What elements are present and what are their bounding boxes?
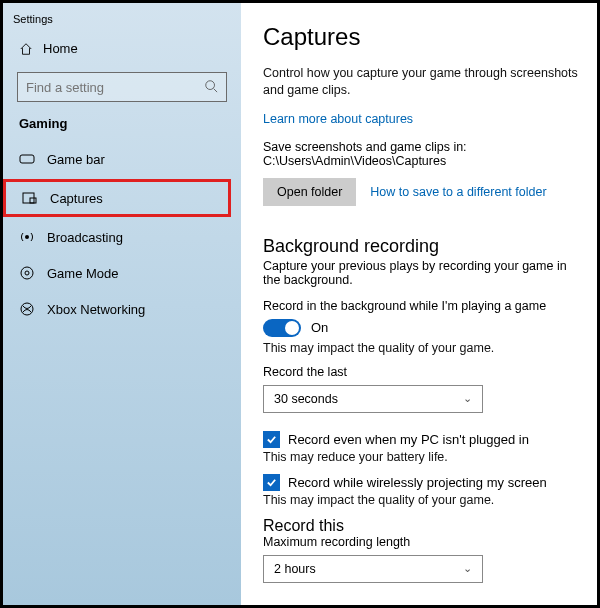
save-path-text: Save screenshots and game clips in: C:\U… [263, 140, 579, 168]
page-desc: Control how you capture your game throug… [263, 65, 579, 99]
home-icon [19, 42, 33, 56]
cb-not-plugged-hint: This may reduce your battery life. [263, 450, 579, 464]
sidebar-item-game-bar[interactable]: Game bar [3, 141, 241, 177]
chevron-down-icon: ⌄ [463, 562, 472, 575]
record-last-select[interactable]: 30 seconds ⌄ [263, 385, 483, 413]
search-input[interactable] [26, 80, 204, 95]
svg-rect-2 [20, 155, 34, 163]
window-title: Settings [3, 11, 241, 33]
cb-not-plugged[interactable] [263, 431, 280, 448]
sidebar-home[interactable]: Home [3, 33, 241, 64]
sidebar-item-label: Broadcasting [47, 230, 123, 245]
bg-recording-sub: Capture your previous plays by recording… [263, 259, 579, 287]
search-icon [204, 79, 218, 96]
max-length-label: Maximum recording length [263, 535, 579, 549]
bg-recording-heading: Background recording [263, 236, 579, 257]
how-to-save-link[interactable]: How to save to a different folder [370, 185, 546, 199]
cb-not-plugged-label: Record even when my PC isn't plugged in [288, 432, 529, 447]
game-bar-icon [19, 151, 35, 167]
broadcasting-icon [19, 229, 35, 245]
sidebar-item-game-mode[interactable]: Game Mode [3, 255, 241, 291]
open-folder-button[interactable]: Open folder [263, 178, 356, 206]
record-this-heading: Record this [263, 517, 579, 535]
xbox-icon [19, 301, 35, 317]
bg-toggle[interactable] [263, 319, 301, 337]
sidebar-item-label: Xbox Networking [47, 302, 145, 317]
svg-point-6 [21, 267, 33, 279]
captures-icon [22, 190, 38, 206]
bg-toggle-label: Record in the background while I'm playi… [263, 299, 579, 313]
record-last-label: Record the last [263, 365, 579, 379]
max-length-value: 2 hours [274, 562, 316, 576]
sidebar-home-label: Home [43, 41, 78, 56]
sidebar-item-captures[interactable]: Captures [3, 179, 231, 217]
sidebar-item-label: Captures [50, 191, 103, 206]
svg-line-1 [214, 88, 218, 92]
max-length-select[interactable]: 2 hours ⌄ [263, 555, 483, 583]
sidebar-section-gaming: Gaming [3, 116, 241, 141]
svg-point-7 [25, 271, 29, 275]
sidebar-item-broadcasting[interactable]: Broadcasting [3, 219, 241, 255]
cb-wireless-project-hint: This may impact the quality of your game… [263, 493, 579, 507]
record-last-value: 30 seconds [274, 392, 338, 406]
svg-point-0 [206, 80, 215, 89]
game-mode-icon [19, 265, 35, 281]
cb-wireless-project-label: Record while wirelessly projecting my sc… [288, 475, 547, 490]
learn-more-link[interactable]: Learn more about captures [263, 112, 413, 126]
search-box[interactable] [17, 72, 227, 102]
sidebar-item-label: Game bar [47, 152, 105, 167]
sidebar-item-label: Game Mode [47, 266, 119, 281]
bg-toggle-state: On [311, 320, 328, 335]
page-title: Captures [263, 23, 579, 51]
bg-toggle-hint: This may impact the quality of your game… [263, 341, 579, 355]
cb-wireless-project[interactable] [263, 474, 280, 491]
svg-rect-4 [30, 198, 36, 203]
chevron-down-icon: ⌄ [463, 392, 472, 405]
sidebar-item-xbox-networking[interactable]: Xbox Networking [3, 291, 241, 327]
svg-point-5 [25, 235, 29, 239]
svg-point-8 [21, 303, 33, 315]
